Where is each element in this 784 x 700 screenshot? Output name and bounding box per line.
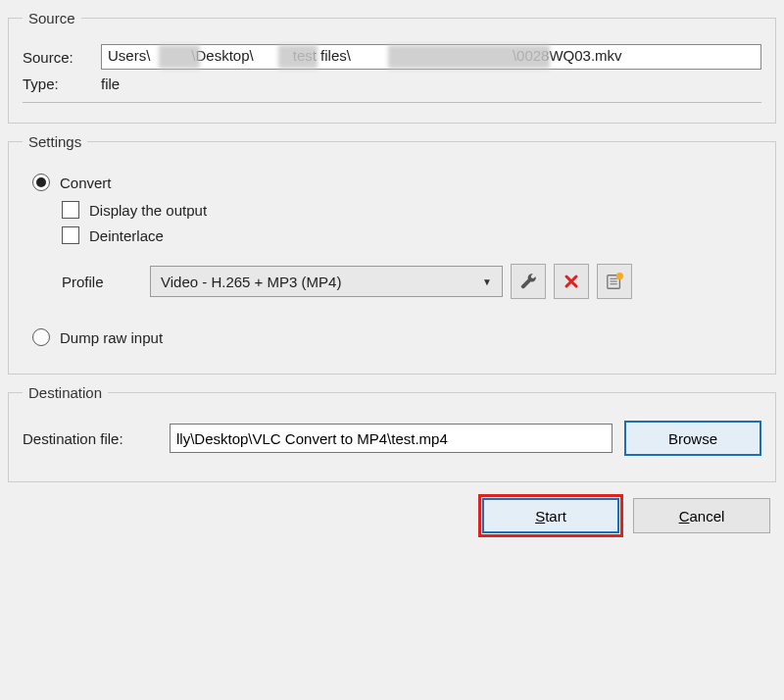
source-legend: Source — [23, 10, 81, 26]
redacted-segment — [388, 45, 550, 69]
redacted-segment — [278, 45, 318, 69]
delete-x-icon — [564, 274, 579, 289]
wrench-icon — [519, 273, 537, 290]
profile-select[interactable]: Video - H.265 + MP3 (MP4) ▼ — [150, 266, 503, 297]
dump-raw-radio[interactable] — [32, 328, 50, 346]
browse-button[interactable]: Browse — [624, 421, 761, 456]
convert-radio[interactable] — [32, 174, 50, 191]
display-output-checkbox[interactable] — [62, 201, 79, 219]
new-profile-icon — [606, 273, 623, 290]
start-button[interactable]: Start — [482, 498, 619, 533]
dropdown-arrow-icon: ▼ — [482, 276, 492, 287]
source-label: Source: — [23, 49, 101, 66]
redacted-segment — [159, 45, 200, 69]
dialog-button-row: Start Cancel — [4, 492, 780, 537]
new-profile-button[interactable] — [597, 264, 632, 299]
type-value: file — [101, 75, 120, 92]
destination-group: Destination Destination file: Browse — [8, 384, 776, 482]
profile-label: Profile — [62, 274, 150, 290]
source-path-field[interactable]: Users\\Desktop\test files\\0028WQ03.mkv — [101, 44, 761, 70]
svg-point-4 — [616, 273, 623, 279]
settings-legend: Settings — [23, 133, 87, 150]
delete-profile-button[interactable] — [554, 264, 589, 299]
destination-file-field[interactable] — [170, 424, 612, 453]
destination-file-label: Destination file: — [23, 430, 170, 447]
destination-legend: Destination — [23, 384, 108, 401]
type-label: Type: — [23, 75, 101, 92]
profile-value: Video - H.265 + MP3 (MP4) — [161, 274, 341, 290]
deinterlace-checkbox[interactable] — [62, 226, 79, 244]
deinterlace-label: Deinterlace — [89, 227, 164, 244]
dump-raw-label: Dump raw input — [60, 329, 163, 346]
display-output-label: Display the output — [89, 202, 207, 219]
source-group: Source Source: Users\\Desktop\test files… — [8, 10, 776, 124]
settings-group: Settings Convert Display the output Dein… — [8, 133, 776, 375]
cancel-button[interactable]: Cancel — [633, 498, 770, 533]
convert-label: Convert — [60, 175, 112, 191]
edit-profile-button[interactable] — [511, 264, 546, 299]
